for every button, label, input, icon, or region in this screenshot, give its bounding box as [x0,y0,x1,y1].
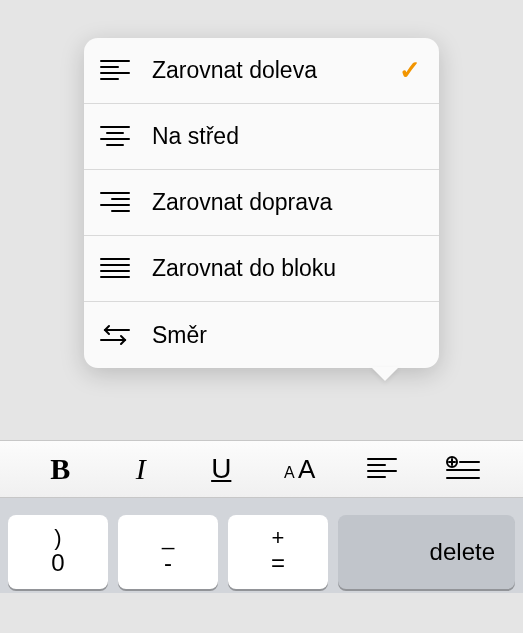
menu-item-align-justify[interactable]: Zarovnat do bloku [84,236,439,302]
text-size-icon: A A [282,454,322,484]
keyboard-row: ) 0 _ - + = delete [0,498,523,593]
svg-text:A: A [284,464,295,481]
format-toolbar: B I U A A [0,440,523,498]
menu-item-align-center[interactable]: Na střed [84,104,439,170]
key-bot: 0 [51,550,64,576]
menu-item-label: Na střed [152,123,421,150]
bold-button[interactable]: B [30,448,90,490]
align-center-icon [98,120,132,154]
alignment-popover: Zarovnat doleva ✓ Na střed Zarovnat dopr… [84,38,439,368]
insert-button[interactable] [433,448,493,490]
menu-item-label: Zarovnat doprava [152,189,421,216]
key-top: ) [54,526,61,550]
menu-item-align-right[interactable]: Zarovnat doprava [84,170,439,236]
direction-icon [98,318,132,352]
underline-button[interactable]: U [191,448,251,490]
key-bot: = [271,550,285,576]
text-size-button[interactable]: A A [272,448,332,490]
key-label: delete [430,538,495,566]
menu-item-direction[interactable]: Směr [84,302,439,368]
italic-button[interactable]: I [111,448,171,490]
key-top: _ [162,526,174,550]
align-left-icon [367,457,397,481]
key-0[interactable]: ) 0 [8,515,108,589]
key-top: + [272,526,285,550]
menu-item-label: Směr [152,322,421,349]
svg-text:A: A [298,454,316,484]
menu-item-label: Zarovnat doleva [152,57,399,84]
key-bot: - [164,550,172,576]
key-minus[interactable]: _ - [118,515,218,589]
menu-item-label: Zarovnat do bloku [152,255,421,282]
align-right-icon [98,186,132,220]
align-left-icon [98,54,132,88]
checkmark-icon: ✓ [399,55,421,86]
key-equals[interactable]: + = [228,515,328,589]
menu-item-align-left[interactable]: Zarovnat doleva ✓ [84,38,439,104]
paragraph-align-button[interactable] [352,448,412,490]
key-delete[interactable]: delete [338,515,515,589]
insert-icon [446,456,480,482]
align-justify-icon [98,252,132,286]
